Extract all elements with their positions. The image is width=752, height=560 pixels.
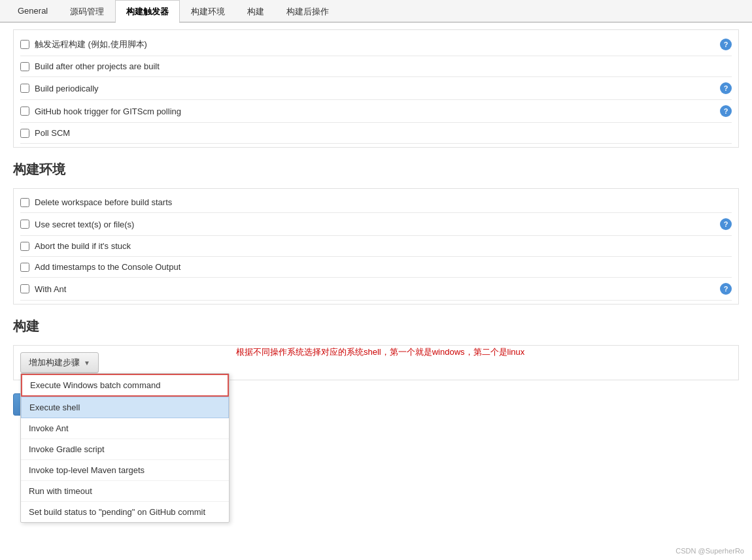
trigger-section: 触发远程构建 (例如,使用脚本) ? Build after other pro… xyxy=(13,29,739,148)
trigger-poll-scm-checkbox[interactable] xyxy=(20,129,29,138)
env-delete-ws-checkbox[interactable] xyxy=(20,198,29,207)
dropdown-win-batch[interactable]: Execute Windows batch command xyxy=(21,374,229,397)
env-with-ant-checkbox[interactable] xyxy=(20,284,29,293)
dropdown-exec-shell[interactable]: Execute shell xyxy=(21,397,229,418)
trigger-github-item: GitHub hook trigger for GITScm polling ? xyxy=(20,100,732,123)
trigger-remote-label: 触发远程构建 (例如,使用脚本) xyxy=(35,39,720,50)
env-with-ant-help[interactable]: ? xyxy=(720,283,732,295)
trigger-remote-checkbox[interactable] xyxy=(20,40,29,49)
env-delete-ws-item: Delete workspace before build starts xyxy=(20,192,732,213)
env-timestamps-item: Add timestamps to the Console Output xyxy=(20,257,732,278)
env-secret-item: Use secret text(s) or file(s) ? xyxy=(20,213,732,236)
env-delete-ws-label: Delete workspace before build starts xyxy=(35,197,732,207)
env-timestamps-checkbox[interactable] xyxy=(20,263,29,272)
dropdown-timeout[interactable]: Run with timeout xyxy=(21,481,229,502)
env-secret-label: Use secret text(s) or file(s) xyxy=(35,220,720,229)
env-with-ant-label: With Ant xyxy=(35,284,720,294)
dropdown-gradle[interactable]: Invoke Gradle script xyxy=(21,439,229,460)
build-section-heading: 构建 xyxy=(13,318,739,338)
build-section: 增加构建步骤 ▼ Execute Windows batch command E… xyxy=(13,345,739,380)
tab-build-env[interactable]: 构建环境 xyxy=(180,0,236,23)
trigger-poll-scm-item: Poll SCM xyxy=(20,123,732,144)
tab-bar: General 源码管理 构建触发器 构建环境 构建 构建后操作 xyxy=(0,0,752,23)
trigger-remote-help[interactable]: ? xyxy=(720,39,732,50)
tab-scm[interactable]: 源码管理 xyxy=(59,0,115,23)
trigger-periodically-item: Build periodically ? xyxy=(20,77,732,100)
tab-general[interactable]: General xyxy=(7,0,59,23)
tab-post-build[interactable]: 构建后操作 xyxy=(275,0,340,23)
annotation-text: 根据不同操作系统选择对应的系统shell，第一个就是windows，第二个是li… xyxy=(236,346,524,359)
trigger-periodically-label: Build periodically xyxy=(35,84,720,93)
env-abort-checkbox[interactable] xyxy=(20,242,29,251)
build-env-heading: 构建环境 xyxy=(13,161,739,182)
tab-build[interactable]: 构建 xyxy=(236,0,275,23)
env-abort-item: Abort the build if it's stuck xyxy=(20,236,732,257)
dropdown-maven[interactable]: Invoke top-level Maven targets xyxy=(21,460,229,481)
env-secret-checkbox[interactable] xyxy=(20,220,29,229)
trigger-remote-item: 触发远程构建 (例如,使用脚本) ? xyxy=(20,33,732,56)
dropdown-invoke-ant[interactable]: Invoke Ant xyxy=(21,418,229,439)
env-secret-help[interactable]: ? xyxy=(720,218,732,230)
trigger-after-other-item: Build after other projects are built xyxy=(20,56,732,77)
watermark: CSDN @SuperherRo xyxy=(675,547,744,555)
trigger-periodically-checkbox[interactable] xyxy=(20,84,29,93)
dropdown-github-pending[interactable]: Set build status to "pending" on GitHub … xyxy=(21,502,229,522)
env-with-ant-item: With Ant ? xyxy=(20,278,732,301)
trigger-github-label: GitHub hook trigger for GITScm polling xyxy=(35,107,720,116)
add-step-dropdown: Execute Windows batch command Execute sh… xyxy=(20,373,230,523)
trigger-github-help[interactable]: ? xyxy=(720,105,732,117)
trigger-after-other-checkbox[interactable] xyxy=(20,62,29,71)
add-step-container: 增加构建步骤 ▼ Execute Windows batch command E… xyxy=(20,352,99,373)
add-step-button[interactable]: 增加构建步骤 ▼ xyxy=(20,352,99,373)
env-section: Delete workspace before build starts Use… xyxy=(13,188,739,305)
trigger-after-other-label: Build after other projects are built xyxy=(35,61,732,71)
env-abort-label: Abort the build if it's stuck xyxy=(35,241,732,251)
trigger-poll-scm-label: Poll SCM xyxy=(35,128,732,138)
trigger-periodically-help[interactable]: ? xyxy=(720,82,732,94)
trigger-github-checkbox[interactable] xyxy=(20,107,29,116)
env-timestamps-label: Add timestamps to the Console Output xyxy=(35,262,732,272)
add-step-arrow-icon: ▼ xyxy=(84,359,90,367)
add-step-label: 增加构建步骤 xyxy=(29,357,80,369)
tab-triggers[interactable]: 构建触发器 xyxy=(115,0,180,23)
